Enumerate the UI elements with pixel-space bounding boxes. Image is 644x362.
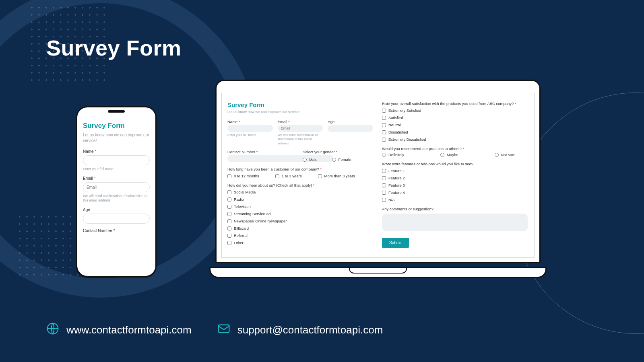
name-label: Name bbox=[227, 119, 273, 124]
globe-icon bbox=[46, 322, 59, 338]
features-option[interactable]: Feature 2 bbox=[382, 176, 528, 180]
duration-label: How long have you been a customer of our… bbox=[227, 167, 373, 171]
name-input[interactable] bbox=[83, 155, 150, 165]
svg-rect-1 bbox=[218, 325, 229, 333]
age-label: Age bbox=[83, 208, 150, 212]
name-hint: Enter your full name bbox=[227, 133, 273, 137]
phone-screen: Survey Form Let us know how we can impro… bbox=[80, 115, 153, 272]
gender-option-female[interactable]: Female bbox=[332, 157, 351, 162]
phone-mockup: Survey Form Let us know how we can impro… bbox=[76, 106, 157, 277]
satisfaction-label: Rate your overall satisfaction with the … bbox=[382, 101, 528, 106]
contact-label: Contact Number bbox=[83, 228, 150, 233]
name-hint: Enter your full name bbox=[83, 167, 150, 171]
hearabout-option[interactable]: Newspaper/ Online Newspaper bbox=[227, 219, 373, 223]
age-label: Age bbox=[328, 119, 373, 124]
duration-option[interactable]: 0 to 12 months bbox=[227, 174, 259, 178]
hearabout-option[interactable]: Referral bbox=[227, 233, 373, 238]
email-input[interactable] bbox=[83, 182, 150, 192]
features-option[interactable]: N/A bbox=[382, 197, 528, 202]
email-hint: We will send confirmation of submission … bbox=[278, 133, 323, 146]
duration-option[interactable]: More than 3 years bbox=[318, 174, 355, 178]
email-hint: We will send confirmation of submission … bbox=[83, 194, 150, 203]
recommend-option[interactable]: Maybe bbox=[440, 152, 458, 157]
gender-option-male[interactable]: Male bbox=[303, 157, 318, 162]
hearabout-option[interactable]: Radio bbox=[227, 197, 373, 202]
satisfaction-option[interactable]: Satisfied bbox=[382, 115, 528, 120]
hearabout-option[interactable]: Billboard bbox=[227, 226, 373, 230]
recommend-option[interactable]: Definitely bbox=[382, 152, 404, 157]
hearabout-label: How did you hear about us? (Check all th… bbox=[227, 183, 373, 187]
age-input[interactable] bbox=[328, 125, 373, 132]
form-subtitle: Let us know how we can improve our servi… bbox=[227, 110, 373, 114]
form-title: Survey Form bbox=[83, 122, 150, 130]
hearabout-option[interactable]: Streaming Service Ad bbox=[227, 212, 373, 216]
footer-email: support@contactformtoapi.com bbox=[237, 324, 383, 336]
mail-icon bbox=[217, 322, 230, 338]
laptop-base bbox=[209, 267, 547, 278]
satisfaction-option[interactable]: Extremely Dissatisfied bbox=[382, 137, 528, 142]
footer: www.contactformtoapi.com support@contact… bbox=[46, 322, 383, 338]
email-label: Email bbox=[83, 176, 150, 181]
features-option[interactable]: Feature 3 bbox=[382, 183, 528, 187]
recommend-option[interactable]: Not sure bbox=[495, 152, 516, 157]
age-input[interactable] bbox=[83, 214, 150, 224]
name-input[interactable] bbox=[227, 125, 273, 132]
duration-option[interactable]: 1 to 3 years bbox=[275, 174, 302, 178]
contact-label: Contact Number bbox=[227, 150, 298, 154]
recommend-label: Would you recommend our products to othe… bbox=[382, 146, 528, 151]
email-label: Email bbox=[278, 119, 323, 124]
satisfaction-option[interactable]: Dissatisfied bbox=[382, 130, 528, 134]
satisfaction-option[interactable]: Neutral bbox=[382, 123, 528, 127]
form-subtitle: Let us know how we can improve our servi… bbox=[83, 132, 150, 144]
email-input[interactable] bbox=[278, 125, 323, 132]
features-label: What extra features or add-ons would you… bbox=[382, 162, 528, 166]
satisfaction-option[interactable]: Extremely Satisfied bbox=[382, 108, 528, 113]
form-title: Survey Form bbox=[227, 101, 373, 108]
hearabout-option[interactable]: Social Media bbox=[227, 190, 373, 194]
name-label: Name bbox=[83, 149, 150, 154]
submit-button[interactable]: Submit bbox=[382, 238, 409, 248]
comments-input[interactable] bbox=[382, 214, 528, 231]
hearabout-option[interactable]: Television bbox=[227, 204, 373, 209]
page-title: Survey Form bbox=[46, 35, 182, 60]
hearabout-option[interactable]: Other bbox=[227, 241, 373, 245]
comments-label: Any comments or suggestion? bbox=[382, 207, 528, 211]
gender-label: Select your gender bbox=[303, 150, 373, 154]
laptop-mockup: Survey Form Let us know how we can impro… bbox=[209, 80, 547, 277]
features-option[interactable]: Feature 1 bbox=[382, 169, 528, 173]
footer-website: www.contactformtoapi.com bbox=[66, 324, 192, 336]
features-option[interactable]: Feature 4 bbox=[382, 190, 528, 195]
